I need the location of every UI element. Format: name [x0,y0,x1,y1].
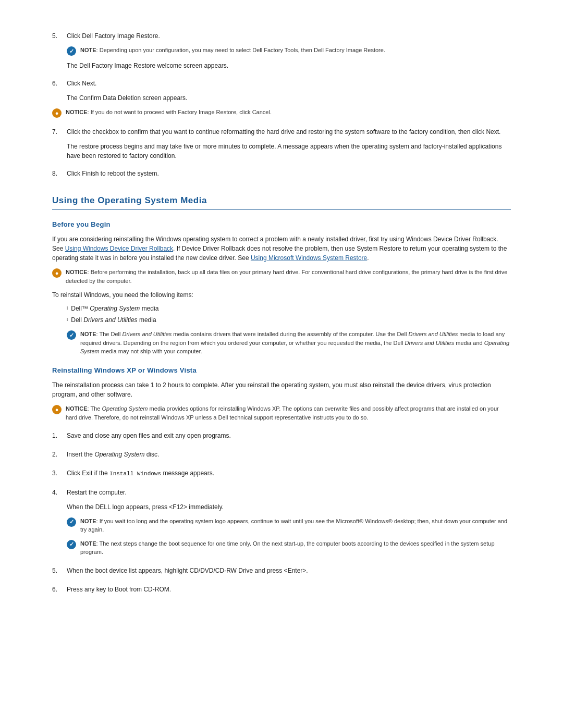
notice-3-text: NOTICE: The Operating System media provi… [66,404,511,422]
r-step-5-container: 5. When the boot device list appears, hi… [52,566,511,575]
step-8-container: 8. Click Finish to reboot the system. [52,169,511,178]
note-2-box: ✓ NOTE: The Dell Drivers and Utilities m… [67,330,511,356]
r-step-4-number: 4. [52,488,67,497]
r-step-4-followup: When the DELL logo appears, press <F12> … [67,502,511,512]
bullet-1-text: Dell™ Operating System media [71,304,158,313]
r-step-2-number: 2. [52,450,67,459]
step-8-text: Click Finish to reboot the system. [67,169,511,178]
notice-3-icon: ● [52,405,62,414]
note-3-box: ✓ NOTE: If you wait too long and the ope… [67,517,511,534]
r-step-1-number: 1. [52,431,67,440]
note-1-icon: ✓ [67,46,76,56]
note-2-text: NOTE: The Dell Drivers and Utilities med… [80,330,511,356]
step-6-number: 6. [52,79,67,88]
r-step-2-text: Insert the Operating System disc. [67,450,511,459]
r-step-5-text: When the boot device list appears, highl… [67,566,511,575]
notice-2-box: ● NOTICE: Before performing the installa… [52,268,511,285]
notice-3-box: ● NOTICE: The Operating System media pro… [52,404,511,422]
device-driver-rollback-link[interactable]: Using Windows Device Driver Rollback [65,245,173,252]
step-7-followup: The restore process begins and may take … [67,142,511,161]
reinstall-heading: Reinstalling Windows XP or Windows Vista [52,365,511,376]
r-step-2-container: 2. Insert the Operating System disc. [52,450,511,459]
r-step-5-number: 5. [52,566,67,575]
r-step-3-number: 3. [52,468,67,478]
step-5-text: Click Dell Factory Image Restore. [67,31,511,41]
step-6-followup: The Confirm Data Deletion screen appears… [67,93,511,103]
note-4-icon: ✓ [67,540,76,549]
notice-1-box: ● NOTICE: If you do not want to proceed … [52,108,511,118]
step-7-text: Click the checkbox to confirm that you w… [67,127,511,137]
r-step-6-number: 6. [52,585,67,594]
notice-1-icon: ● [52,108,62,118]
notice-2-icon: ● [52,268,62,278]
bullet-2: Dell Drivers and Utilities media [67,315,511,325]
step-8-number: 8. [52,169,67,178]
step-5-container: 5. Click Dell Factory Image Restore. ✓ N… [52,31,511,70]
r-step-3-container: 3. Click Exit if the Install Windows mes… [52,468,511,478]
r-step-1-text: Save and close any open files and exit a… [67,431,511,440]
note-4-text: NOTE: The next steps change the boot seq… [80,539,511,557]
r-step-3-text: Click Exit if the Install Windows messag… [67,468,511,478]
step-7-number: 7. [52,127,67,137]
reinstall-intro: To reinstall Windows, you need the follo… [52,290,511,300]
reinstall-para1: The reinstallation process can take 1 to… [52,380,511,399]
r-step-6-container: 6. Press any key to Boot from CD-ROM. [52,585,511,594]
note-4-box: ✓ NOTE: The next steps change the boot s… [67,539,511,557]
note-3-icon: ✓ [67,517,76,527]
section-heading: Using the Operating System Media [52,194,511,210]
step-7-container: 7. Click the checkbox to confirm that yo… [52,127,511,161]
step-6-container: 6. Click Next. The Confirm Data Deletion… [52,79,511,103]
note-1-box: ✓ NOTE: Depending upon your configuratio… [67,46,511,56]
reinstall-requirements-list: Dell™ Operating System media Dell Driver… [67,304,511,325]
step-5-followup: The Dell Factory Image Restore welcome s… [67,61,511,70]
notice-1-text: NOTICE: If you do not want to proceed wi… [66,108,272,117]
notice-2-text: NOTICE: Before performing the installati… [66,268,511,285]
step-5-number: 5. [52,31,67,41]
note-1-text: NOTE: Depending upon your configuration,… [80,46,385,55]
bullet-1: Dell™ Operating System media [67,304,511,313]
r-step-4-text: Restart the computer. [67,488,511,497]
bullet-2-text: Dell Drivers and Utilities media [71,315,156,325]
step-6-text: Click Next. [67,79,511,88]
r-step-4-container: 4. Restart the computer. When the DELL l… [52,488,511,512]
r-step-1-container: 1. Save and close any open files and exi… [52,431,511,440]
before-begin-para: If you are considering reinstalling the … [52,235,511,263]
system-restore-link[interactable]: Using Microsoft Windows System Restore [251,254,367,262]
r-step-6-text: Press any key to Boot from CD-ROM. [67,585,511,594]
note-2-icon: ✓ [67,330,76,340]
note-3-text: NOTE: If you wait too long and the opera… [80,517,511,534]
before-you-begin-heading: Before you Begin [52,219,511,230]
